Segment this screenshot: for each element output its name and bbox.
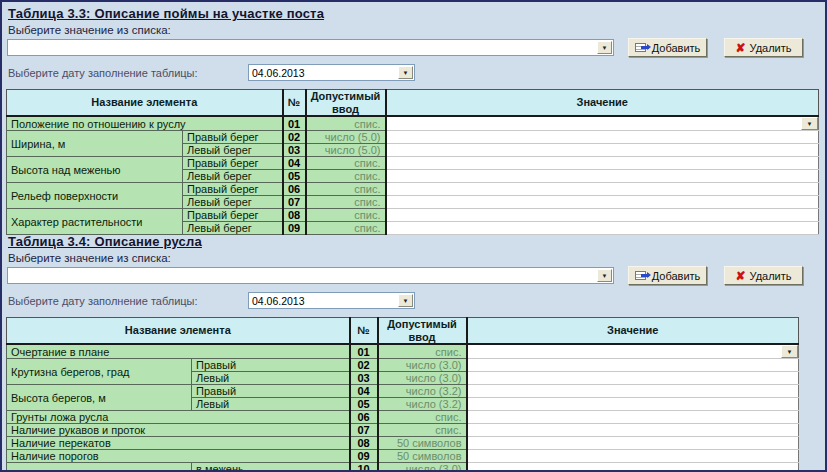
- table-row: Рельеф поверхности Правый берег 06 спис.: [7, 183, 819, 196]
- dropdown-arrow-icon[interactable]: ▼: [801, 117, 818, 130]
- row-label-cell: Наличие порогов: [7, 450, 350, 463]
- date-picker-row: Выберите дату заполнение таблицы: 04.06.…: [8, 292, 825, 309]
- row-allowed-cell: спис.: [306, 183, 386, 196]
- section-title: Таблица 3.3: Описание поймы на участке п…: [8, 6, 825, 21]
- row-label-cell: Очертание в плане: [7, 344, 350, 359]
- table-row: Грунты ложа русла 06 спис.: [7, 411, 799, 424]
- select-value-label: Выберите значение из списка:: [8, 24, 825, 36]
- table-row: Очертание в плане 01 спис. ▼: [7, 344, 799, 359]
- header-name: Название элемента: [7, 318, 350, 345]
- row-allowed-cell: спис.: [306, 170, 386, 183]
- table-header-row: Название элемента № Допустимый ввод Знач…: [7, 318, 799, 345]
- row-sub-cell: Правый: [192, 359, 350, 372]
- app-window: Таблица 3.3: Описание поймы на участке п…: [0, 0, 827, 472]
- date-label: Выберите дату заполнение таблицы:: [8, 295, 248, 307]
- value-cell[interactable]: [467, 450, 799, 463]
- value-cell[interactable]: [386, 170, 819, 183]
- value-cell[interactable]: ▼: [467, 344, 799, 359]
- delete-x-icon: ✘: [735, 271, 745, 281]
- row-sub-cell: Левый берег: [183, 170, 283, 183]
- value-cell[interactable]: [467, 463, 799, 472]
- row-sub-cell: Правый берег: [183, 157, 283, 170]
- row-num-cell: 04: [350, 385, 378, 398]
- row-num-cell: 10: [350, 463, 378, 472]
- row-num-cell: 08: [350, 437, 378, 450]
- value-cell[interactable]: [386, 131, 819, 144]
- value-cell[interactable]: [467, 437, 799, 450]
- add-button[interactable]: Добавить: [628, 38, 707, 57]
- floodplain-table: Название элемента № Допустимый ввод Знач…: [6, 89, 819, 235]
- row-label-cell: Высота берегов, м: [7, 385, 192, 411]
- row-sub-cell: Правый берег: [183, 183, 283, 196]
- value-cell-combobox[interactable]: ▼: [468, 345, 799, 358]
- row-allowed-cell: число (3.0): [378, 372, 467, 385]
- value-combobox[interactable]: ▼: [7, 267, 614, 284]
- value-cell[interactable]: [467, 359, 799, 372]
- header-value: Значение: [467, 318, 799, 345]
- row-label-cell: Характер растительности: [7, 209, 183, 235]
- date-combobox-text: 04.06.2013: [249, 65, 414, 79]
- row-label-cell: Ширина, м: [7, 131, 183, 157]
- row-allowed-cell: спис.: [378, 424, 467, 437]
- add-button[interactable]: Добавить: [628, 266, 707, 285]
- header-name: Название элемента: [7, 90, 283, 117]
- row-label-cell: Косоструйность, град: [7, 463, 192, 472]
- value-cell[interactable]: [386, 144, 819, 157]
- row-num-cell: 03: [283, 144, 306, 157]
- dropdown-arrow-icon[interactable]: ▼: [781, 345, 798, 358]
- row-sub-cell: Правый берег: [183, 131, 283, 144]
- row-allowed-cell: спис.: [378, 411, 467, 424]
- value-cell[interactable]: [467, 411, 799, 424]
- row-label-cell: Рельеф поверхности: [7, 183, 183, 209]
- table-row: Крутизна берегов, град Правый 02 число (…: [7, 359, 799, 372]
- value-combobox-text: [8, 40, 613, 42]
- table-row: Ширина, м Правый берег 02 число (5.0): [7, 131, 819, 144]
- value-cell-combobox[interactable]: ▼: [387, 117, 819, 130]
- channel-table: Название элемента № Допустимый ввод Знач…: [6, 317, 799, 472]
- dropdown-arrow-icon[interactable]: ▼: [398, 294, 413, 307]
- select-value-label: Выберите значение из списка:: [8, 252, 825, 264]
- value-cell[interactable]: [386, 157, 819, 170]
- section-title: Таблица 3.4: Описание русла: [8, 234, 825, 249]
- value-cell[interactable]: [386, 196, 819, 209]
- table-header-row: Название элемента № Допустимый ввод Знач…: [7, 90, 819, 117]
- value-cell[interactable]: [467, 385, 799, 398]
- table-row: Наличие порогов 09 50 символов: [7, 450, 799, 463]
- row-allowed-cell: спис.: [306, 157, 386, 170]
- add-row-icon: [635, 271, 648, 281]
- delete-button[interactable]: ✘ Удалить: [724, 266, 803, 285]
- header-value: Значение: [386, 90, 819, 117]
- row-allowed-cell: число (5.0): [306, 144, 386, 157]
- delete-button-label: Удалить: [750, 42, 792, 54]
- value-cell[interactable]: [386, 209, 819, 222]
- row-sub-cell: Левый берег: [183, 144, 283, 157]
- value-cell[interactable]: [467, 398, 799, 411]
- delete-button[interactable]: ✘ Удалить: [724, 38, 803, 57]
- header-num: №: [350, 318, 378, 345]
- date-combobox[interactable]: 04.06.2013 ▼: [248, 64, 415, 81]
- dropdown-arrow-icon[interactable]: ▼: [597, 269, 612, 282]
- row-sub-cell: Левый: [192, 372, 350, 385]
- dropdown-arrow-icon[interactable]: ▼: [398, 66, 413, 79]
- row-allowed-cell: число (5.0): [306, 131, 386, 144]
- row-sub-cell: Правый: [192, 385, 350, 398]
- row-allowed-cell: 50 символов: [378, 437, 467, 450]
- value-combobox[interactable]: ▼: [7, 39, 614, 56]
- dropdown-arrow-icon[interactable]: ▼: [597, 41, 612, 54]
- value-cell[interactable]: ▼: [386, 116, 819, 131]
- row-label-cell: Крутизна берегов, град: [7, 359, 192, 385]
- value-combobox-text: [8, 268, 613, 270]
- row-allowed-cell: спис.: [306, 196, 386, 209]
- value-cell[interactable]: [386, 183, 819, 196]
- row-label-cell: Грунты ложа русла: [7, 411, 350, 424]
- value-picker-row: ▼ Добавить ✘ Удалить: [7, 38, 825, 57]
- row-num-cell: 07: [283, 196, 306, 209]
- table-row: Наличие рукавов и проток 07 спис.: [7, 424, 799, 437]
- row-num-cell: 06: [283, 183, 306, 196]
- add-button-label: Добавить: [652, 270, 701, 282]
- value-cell[interactable]: [467, 424, 799, 437]
- row-num-cell: 02: [350, 359, 378, 372]
- value-cell[interactable]: [467, 372, 799, 385]
- date-combobox[interactable]: 04.06.2013 ▼: [248, 292, 415, 309]
- section-table-3-3: Таблица 3.3: Описание поймы на участке п…: [6, 4, 825, 235]
